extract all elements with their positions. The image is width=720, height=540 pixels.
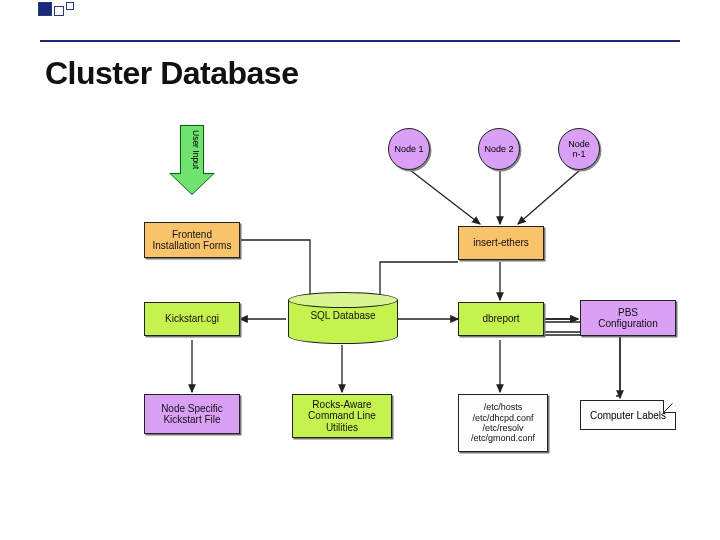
svg-line-0 [410, 170, 480, 224]
insert-ethers: insert-ethers [458, 226, 544, 260]
computer-labels-note: Computer Labels [580, 400, 676, 430]
node-n-1-label: Node n-1 [568, 139, 590, 159]
sql-database-label: SQL Database [288, 310, 398, 321]
node-1-label: Node 1 [394, 144, 423, 154]
node-specific-kickstart: Node Specific Kickstart File [144, 394, 240, 434]
connector-lines [0, 0, 720, 540]
etc-files-label: /etc/hosts /etc/dhcpd.conf /etc/resolv /… [471, 402, 535, 443]
cluster-diagram: User Input Node 1 Node 2 Node n-1 Fronte… [0, 0, 720, 540]
node-2: Node 2 [478, 128, 520, 170]
node-1: Node 1 [388, 128, 430, 170]
node-specific-ks-label: Node Specific Kickstart File [161, 403, 223, 426]
connector-lines-2 [0, 0, 720, 540]
pbs-configuration: PBS Configuration [580, 300, 676, 336]
frontend-install-forms-label: Frontend Installation Forms [153, 229, 232, 252]
rocks-utils-label: Rocks-Aware Command Line Utilities [308, 399, 376, 434]
dbreport: dbreport [458, 302, 544, 336]
node-2-label: Node 2 [484, 144, 513, 154]
rocks-aware-utilities: Rocks-Aware Command Line Utilities [292, 394, 392, 438]
insert-ethers-label: insert-ethers [473, 237, 529, 249]
computer-labels-label: Computer Labels [590, 410, 666, 421]
etc-config-files: /etc/hosts /etc/dhcpd.conf /etc/resolv /… [458, 394, 548, 452]
svg-line-2 [518, 170, 580, 224]
kickstart-cgi-label: Kickstart.cgi [165, 313, 219, 325]
sql-database: SQL Database [288, 292, 398, 342]
dbreport-label: dbreport [482, 313, 519, 325]
user-input-arrow: User Input [175, 125, 209, 195]
node-n-1: Node n-1 [558, 128, 600, 170]
pbs-config-label: PBS Configuration [598, 307, 657, 330]
user-input-label: User Input [183, 130, 201, 169]
kickstart-cgi: Kickstart.cgi [144, 302, 240, 336]
frontend-install-forms: Frontend Installation Forms [144, 222, 240, 258]
